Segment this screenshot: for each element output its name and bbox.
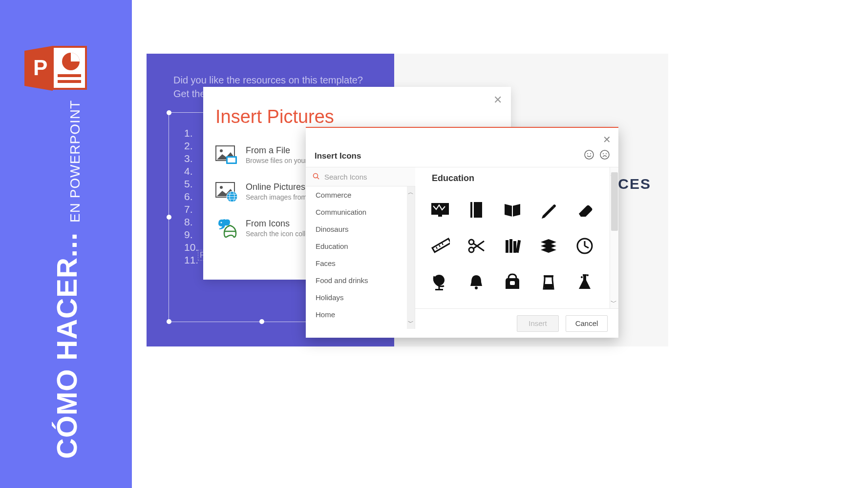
cancel-button[interactable]: Cancel [566, 315, 608, 332]
sidebar-subtitle: EN POWERPOINT [67, 100, 83, 223]
category-faces[interactable]: Faces [306, 255, 415, 272]
svg-rect-43 [516, 240, 521, 253]
option-desc: Browse files on your c [246, 157, 313, 164]
svg-point-11 [220, 186, 223, 189]
option-title: From Icons [246, 219, 313, 229]
category-commerce[interactable]: Commerce [306, 186, 415, 203]
svg-point-7 [220, 149, 223, 152]
category-home[interactable]: Home [306, 306, 415, 323]
svg-rect-49 [435, 289, 443, 290]
scissors-icon[interactable] [458, 228, 494, 264]
svg-rect-51 [510, 281, 515, 285]
svg-point-23 [603, 153, 604, 154]
svg-line-33 [436, 247, 437, 249]
svg-line-34 [439, 245, 440, 247]
eraser-icon[interactable] [567, 192, 603, 228]
search-icons-input[interactable]: Search Icons [306, 167, 415, 186]
option-from-file[interactable]: From a File Browse files on your c [215, 145, 313, 165]
picture-online-icon [215, 182, 239, 202]
svg-point-21 [590, 153, 591, 154]
option-from-icons[interactable]: From Icons Search the icon collec [215, 219, 313, 238]
chevron-up-icon[interactable]: ︿ [408, 188, 414, 197]
globe-icon[interactable] [422, 264, 458, 300]
category-holidays[interactable]: Holidays [306, 289, 415, 306]
selection-handle[interactable] [167, 319, 171, 324]
insert-pictures-title: Insert Pictures [215, 106, 334, 127]
chevron-down-icon[interactable]: ﹀ [408, 319, 414, 327]
notebook-icon[interactable] [458, 192, 494, 228]
sidebar-title: CÓMO HACER... [50, 232, 83, 459]
svg-point-22 [600, 150, 609, 159]
svg-point-19 [585, 150, 593, 159]
icons-results-pane: Education ︿ ﹀ [415, 167, 618, 308]
svg-text:P: P [33, 56, 47, 80]
clock-icon[interactable] [567, 228, 603, 264]
category-education[interactable]: Education [306, 238, 415, 255]
scrollbar-thumb[interactable] [611, 172, 618, 231]
svg-rect-42 [513, 241, 516, 253]
svg-line-26 [318, 177, 319, 179]
category-food-drinks[interactable]: Food and drinks [306, 272, 415, 289]
close-icon[interactable]: ✕ [603, 134, 611, 145]
svg-rect-32 [432, 239, 450, 252]
bell-icon[interactable] [458, 264, 494, 300]
svg-rect-28 [438, 215, 442, 217]
selection-handle[interactable] [259, 319, 264, 324]
feedback-happy-icon[interactable] [584, 150, 594, 162]
selection-handle[interactable] [167, 215, 171, 220]
svg-line-46 [585, 246, 589, 248]
blackboard-icon[interactable] [422, 192, 458, 228]
svg-rect-54 [583, 274, 587, 276]
svg-rect-31 [512, 205, 513, 217]
backpack-icon[interactable] [494, 264, 530, 300]
svg-rect-40 [506, 240, 508, 253]
category-communication[interactable]: Communication [306, 203, 415, 221]
tutorial-sidebar: P CÓMO HACER... EN POWERPOINT [0, 0, 132, 488]
option-title: Online Pictures [246, 182, 313, 192]
categories-scrollbar[interactable]: ︿ ﹀ [407, 186, 415, 329]
svg-point-56 [587, 274, 589, 276]
svg-point-17 [221, 222, 222, 224]
insert-icons-dialog: ✕ Insert Icons Search Icons Commerce Com… [306, 127, 618, 338]
search-placeholder: Search Icons [324, 173, 367, 181]
icon-categories-list: Commerce Communication Dinosaurs Educati… [306, 186, 415, 329]
chevron-down-icon[interactable]: ﹀ [611, 298, 617, 307]
powerpoint-logo-icon: P [24, 44, 88, 93]
insert-button[interactable]: Insert [517, 315, 559, 332]
selected-category-title: Education [432, 173, 474, 183]
picture-file-icon [215, 145, 239, 165]
option-title: From a File [246, 145, 313, 156]
option-desc: Search images from o [246, 193, 313, 201]
svg-point-25 [314, 173, 318, 178]
svg-point-24 [606, 153, 607, 154]
svg-rect-29 [470, 202, 482, 218]
open-book-icon[interactable] [494, 192, 530, 228]
pencil-icon[interactable] [530, 192, 567, 228]
dialog-footer: Insert Cancel [415, 308, 618, 338]
feedback-sad-icon[interactable] [600, 150, 610, 162]
picture-icons-icon [215, 219, 239, 238]
library-icon[interactable] [494, 228, 530, 264]
svg-rect-9 [228, 158, 235, 163]
close-icon[interactable]: ✕ [493, 94, 502, 106]
svg-rect-30 [472, 202, 474, 218]
option-online-pictures[interactable]: Online Pictures Search images from o [215, 182, 313, 202]
flask-icon[interactable] [567, 264, 603, 300]
search-icon [313, 173, 319, 181]
svg-rect-4 [58, 80, 81, 83]
stacked-books-icon[interactable] [530, 228, 567, 264]
svg-rect-41 [509, 239, 512, 253]
svg-rect-27 [431, 203, 449, 215]
category-dinosaurs[interactable]: Dinosaurs [306, 221, 415, 238]
svg-point-20 [587, 153, 588, 154]
ruler-icon[interactable] [422, 228, 458, 264]
svg-point-50 [475, 286, 478, 289]
svg-rect-3 [58, 74, 81, 77]
icons-scrollbar[interactable]: ︿ ﹀ [610, 167, 618, 309]
svg-point-55 [581, 276, 583, 278]
selection-handle[interactable] [167, 110, 171, 115]
option-desc: Search the icon collec [246, 230, 313, 238]
insert-icons-title: Insert Icons [315, 151, 361, 161]
svg-rect-53 [545, 284, 552, 288]
beaker-icon[interactable] [530, 264, 567, 300]
